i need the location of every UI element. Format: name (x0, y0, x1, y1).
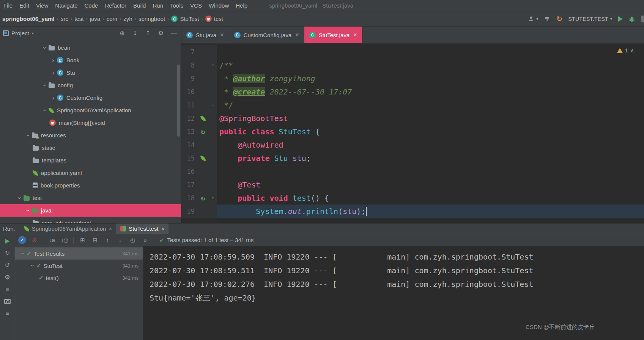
breadcrumb-item[interactable]: test (73, 15, 85, 23)
chevron-up-icon[interactable]: ∧ (630, 47, 634, 54)
test-tree-item[interactable]: ›✓Test Results341 ms (15, 247, 143, 260)
screenshot-button[interactable] (3, 297, 12, 306)
code-line[interactable]: 15 private Stu stu; (181, 151, 644, 165)
tab-close-icon[interactable]: × (109, 225, 112, 232)
show-passed-toggle[interactable]: ✓ (18, 236, 26, 244)
line-number[interactable]: 15 (181, 151, 197, 165)
menu-run[interactable]: Run (149, 2, 167, 9)
settings-wrench-button[interactable]: ⚙ (3, 272, 12, 282)
expand-all-button[interactable]: ⊞ (78, 236, 87, 245)
rerun-button[interactable]: ▶ (3, 236, 12, 245)
code-line[interactable]: 13↻public class StuTest { (181, 125, 644, 138)
tree-chevron-icon[interactable]: › (49, 69, 57, 76)
project-tree-item[interactable]: ›resources (0, 129, 181, 142)
menu-code[interactable]: Code (81, 2, 102, 9)
fold-marker[interactable]: ▵ (209, 98, 217, 112)
line-number[interactable]: 19 (181, 205, 197, 218)
code-line[interactable]: 7 (181, 45, 644, 58)
project-tree-item[interactable]: ›config (0, 79, 181, 91)
tab-close-icon[interactable]: × (220, 31, 224, 38)
collapse-all-button[interactable]: ↥ (145, 30, 151, 37)
project-tree-item[interactable]: ›CStu (0, 66, 181, 79)
menu-help[interactable]: Help (232, 2, 251, 9)
code-line[interactable]: 16 (181, 165, 644, 178)
chevron-down-icon[interactable]: ▾ (32, 31, 34, 35)
code-line[interactable]: 9 * @author zengyihong (181, 72, 644, 85)
test-history-button[interactable]: ◴ (128, 236, 137, 245)
menu-edit[interactable]: Edit (16, 2, 33, 9)
menu-build[interactable]: Build (130, 2, 149, 9)
profile-button[interactable]: ▾ (528, 16, 538, 22)
inspections-widget[interactable]: 1 ∧ (617, 47, 634, 54)
test-tree-item[interactable]: ✓test()341 ms (15, 272, 143, 284)
code-line[interactable]: 19 System.out.println(stu); (181, 205, 644, 218)
tree-chevron-icon[interactable]: › (25, 207, 31, 214)
breadcrumb-item[interactable]: mtest (204, 15, 225, 23)
fold-marker[interactable]: ▿ (209, 191, 217, 205)
code-line[interactable]: 11▵ */ (181, 98, 644, 112)
line-number[interactable]: 17 (181, 178, 197, 191)
spring-gutter-icon[interactable] (197, 151, 209, 165)
options-menu-button[interactable]: ≡ (3, 309, 12, 318)
breadcrumb-item[interactable]: com (105, 15, 119, 23)
stop-button[interactable]: ■ (3, 285, 12, 294)
build-hammer-button[interactable] (544, 16, 550, 22)
hide-panel-button[interactable]: — (170, 30, 177, 36)
line-number[interactable]: 12 (181, 112, 197, 125)
line-number[interactable]: 14 (181, 138, 197, 151)
code-line[interactable]: 12@SpringBootTest (181, 112, 644, 125)
project-tree-item[interactable]: mmain(String[]):void (0, 116, 181, 129)
menu-refactor[interactable]: Refactor (101, 2, 130, 9)
tree-chevron-icon[interactable]: › (19, 250, 26, 257)
tab-close-icon[interactable]: × (161, 225, 165, 232)
tab-close-icon[interactable]: × (295, 31, 299, 38)
tree-chevron-icon[interactable]: › (16, 194, 23, 202)
menu-tools[interactable]: Tools (167, 2, 187, 9)
line-number[interactable]: 10 (181, 85, 197, 98)
next-failed-button[interactable]: ↓ (115, 236, 124, 245)
menu-window[interactable]: Window (205, 2, 232, 9)
tree-chevron-icon[interactable]: › (29, 262, 36, 269)
run-tab[interactable]: Springboot06YamlApplication× (20, 224, 116, 234)
breadcrumb-item[interactable]: src (59, 15, 70, 23)
code-line[interactable]: 14 @Autowired (181, 138, 644, 151)
breadcrumb-item[interactable]: java (88, 15, 102, 23)
tree-chevron-icon[interactable]: › (49, 57, 57, 64)
code-line[interactable]: 18↻▿ public void test() { (181, 191, 644, 205)
previous-failed-button[interactable]: ↑ (103, 236, 112, 245)
line-number[interactable]: 9 (181, 72, 197, 85)
menu-view[interactable]: View (33, 2, 52, 9)
editor-tab[interactable]: CCustomConfig.java× (229, 27, 304, 43)
project-tree-item[interactable]: book.properties (0, 179, 181, 192)
project-tree-item[interactable]: ›CCustomConfig (0, 91, 181, 104)
toggle-auto-test-button[interactable]: ↺ (3, 260, 12, 269)
tree-chevron-icon[interactable]: › (41, 82, 48, 89)
line-number[interactable]: 13 (181, 125, 197, 138)
breadcrumb-item[interactable]: CStuTest (170, 15, 200, 23)
breadcrumb-item[interactable]: springboot (137, 15, 167, 23)
tab-close-icon[interactable]: × (353, 31, 357, 38)
show-ignored-toggle[interactable]: ⊘ (30, 236, 39, 245)
project-tree-item[interactable]: ›CBook (0, 54, 181, 66)
tree-chevron-icon[interactable]: › (49, 94, 57, 101)
sort-alphabetically-button[interactable]: ↓a (47, 236, 57, 245)
project-tree-item[interactable]: templates (0, 154, 181, 167)
more-options-button[interactable]: » (140, 236, 150, 245)
project-scrollbar[interactable] (177, 65, 180, 137)
spring-gutter-icon[interactable] (197, 112, 209, 125)
breadcrumb-item[interactable]: zyh (122, 15, 134, 23)
rerun-failed-button[interactable]: ↻ (3, 248, 12, 257)
expand-all-button[interactable]: ↧ (132, 30, 139, 37)
line-number[interactable]: 16 (181, 165, 197, 178)
sort-by-duration-button[interactable]: ↓◷ (60, 236, 69, 245)
project-tree-item[interactable]: ›Springboot06YamlApplication (0, 104, 181, 116)
line-number[interactable]: 8 (181, 58, 197, 72)
run-test-gutter-icon[interactable]: ↻ (197, 125, 209, 138)
menu-file[interactable]: File (0, 2, 16, 9)
project-tree-item[interactable]: application.yaml (0, 167, 181, 179)
collapse-all-button[interactable]: ⊟ (90, 236, 99, 245)
run-config-selector[interactable]: STUTEST.TEST▾ (568, 16, 612, 22)
menu-vcs[interactable]: VCS (187, 2, 205, 9)
console-output[interactable]: 2022-07-30 17:08:59.509 INFO 19220 --- [… (143, 246, 644, 340)
coverage-button[interactable] (641, 16, 644, 22)
